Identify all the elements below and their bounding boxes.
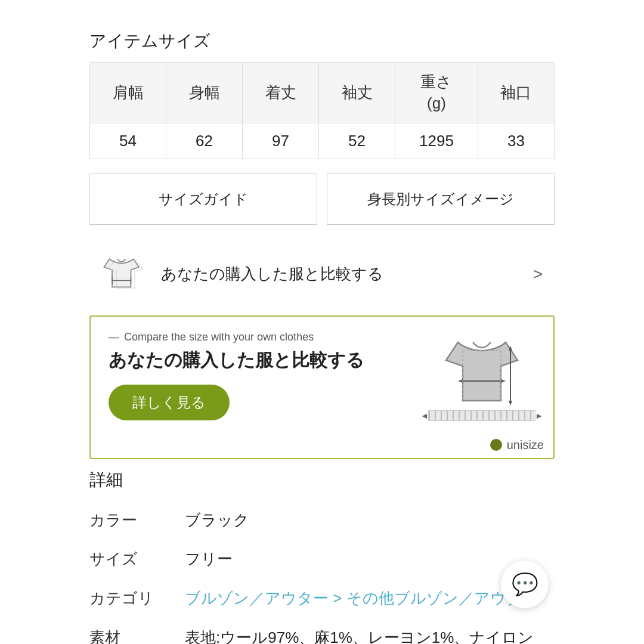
chat-button[interactable]: 💬: [501, 561, 549, 608]
detail-label-material: 素材: [89, 626, 185, 644]
col-header-sleeve: 袖丈: [319, 63, 395, 123]
col-header-width: 身幅: [166, 63, 243, 123]
cell-length: 97: [243, 123, 319, 159]
banner-button[interactable]: 詳しく見る: [109, 385, 230, 420]
detail-value-size: フリー: [185, 547, 555, 572]
category-link[interactable]: ブルゾン／アウター > その他ブルゾン／アウター: [185, 589, 538, 607]
unisize-logo: unisize: [91, 435, 553, 458]
size-guide-button[interactable]: サイズガイド: [89, 174, 317, 225]
tshirt-icon: [101, 253, 149, 295]
detail-row-category: カテゴリ ブルゾン／アウター > その他ブルゾン／アウター: [89, 579, 555, 618]
banner-text-block: Compare the size with your own clothes あ…: [109, 331, 535, 420]
banner-en-text: Compare the size with your own clothes: [109, 331, 535, 343]
section-title: アイテムサイズ: [89, 30, 555, 52]
compare-strip[interactable]: あなたの購入した服と比較する >: [89, 243, 555, 306]
chat-icon: 💬: [512, 572, 538, 597]
detail-value-color: ブラック: [185, 508, 555, 533]
cell-weight: 1295: [395, 123, 478, 159]
cell-cuff: 33: [478, 123, 554, 159]
detail-label-category: カテゴリ: [89, 586, 185, 611]
col-header-shoulder: 肩幅: [90, 63, 166, 123]
detail-value-material: 表地:ウール97%、麻1%、レーヨン1%、ナイロン1% 裏地:キュプラ100%: [185, 626, 555, 644]
compare-strip-arrow: >: [533, 265, 543, 284]
col-header-cuff: 袖口: [478, 63, 554, 123]
detail-row-size: サイズ フリー: [89, 540, 555, 579]
table-row: 54 62 97 52 1295 33: [90, 123, 555, 159]
detail-row-material: 素材 表地:ウール97%、麻1%、レーヨン1%、ナイロン1% 裏地:キュプラ10…: [89, 618, 555, 644]
detail-row-color: カラー ブラック: [89, 501, 555, 540]
cell-width: 62: [166, 123, 243, 159]
size-table: 肩幅 身幅 着丈 袖丈 重さ(g) 袖口 54 62 97 52 1295 33: [89, 62, 555, 159]
details-section: 詳細 カラー ブラック サイズ フリー カテゴリ ブルゾン／アウター > その他…: [89, 469, 555, 644]
unisize-icon: [490, 439, 502, 451]
col-header-length: 着丈: [243, 63, 319, 123]
detail-label-size: サイズ: [89, 547, 185, 572]
col-header-weight: 重さ(g): [395, 63, 478, 123]
cell-shoulder: 54: [90, 123, 166, 159]
height-guide-button[interactable]: 身長別サイズイメージ: [327, 174, 555, 225]
detail-value-category: ブルゾン／アウター > その他ブルゾン／アウター: [185, 586, 555, 611]
compare-strip-text: あなたの購入した服と比較する: [161, 264, 383, 284]
unisize-text: unisize: [507, 438, 544, 452]
cell-sleeve: 52: [319, 123, 395, 159]
compare-strip-left: あなたの購入した服と比較する: [101, 253, 383, 295]
button-row: サイズガイド 身長別サイズイメージ: [89, 174, 555, 225]
banner-ja-text: あなたの購入した服と比較する: [109, 348, 535, 373]
details-title: 詳細: [89, 469, 555, 491]
banner-box: Compare the size with your own clothes あ…: [89, 315, 555, 459]
detail-label-color: カラー: [89, 508, 185, 533]
